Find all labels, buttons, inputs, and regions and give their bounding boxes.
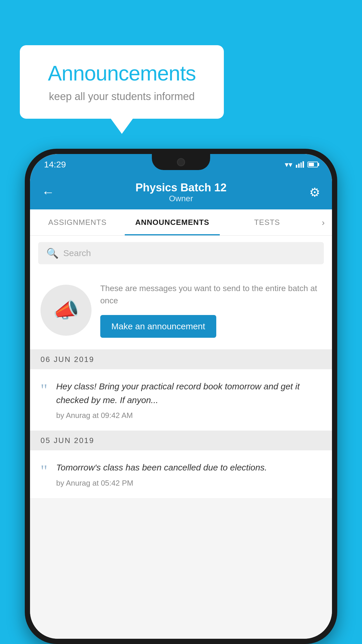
date-header-2: 05 JUN 2019 <box>30 431 332 450</box>
bubble-subtitle: keep all your students informed <box>37 90 206 103</box>
announcement-content-1: Hey class! Bring your practical record b… <box>56 380 321 420</box>
promo-card: 📣 These are messages you want to send to… <box>30 271 332 350</box>
tab-tests[interactable]: TESTS <box>220 209 314 235</box>
battery-icon <box>307 162 318 167</box>
signal-bar-1 <box>296 165 297 168</box>
app-bar-center: Physics Batch 12 Owner <box>136 181 227 203</box>
phone-container: 14:29 ▾▾ <box>25 149 337 644</box>
phone-content: 14:29 ▾▾ <box>30 154 332 639</box>
search-container: 🔍 Search <box>30 236 332 271</box>
phone-screen: 14:29 ▾▾ <box>30 154 332 639</box>
signal-icon <box>296 161 304 168</box>
signal-bar-4 <box>303 161 304 168</box>
announcement-meta-1: by Anurag at 09:42 AM <box>56 411 321 420</box>
signal-bar-3 <box>301 162 302 168</box>
announcement-text-1: Hey class! Bring your practical record b… <box>56 380 321 407</box>
announcement-content-2: Tomorrow's class has been cancelled due … <box>56 461 321 488</box>
status-icons: ▾▾ <box>285 160 318 169</box>
tab-announcements[interactable]: ANNOUNCEMENTS <box>125 209 219 235</box>
speech-bubble: Announcements keep all your students inf… <box>20 45 224 119</box>
signal-bar-2 <box>298 164 300 168</box>
tabs-bar: ASSIGNMENTS ANNOUNCEMENTS TESTS › <box>30 209 332 236</box>
phone-outer: 14:29 ▾▾ <box>25 149 337 644</box>
content-area: 🔍 Search 📣 These are messages you want t… <box>30 236 332 639</box>
date-header-1-text: 06 JUN 2019 <box>41 355 94 364</box>
megaphone-icon: 📣 <box>53 298 79 323</box>
settings-button[interactable]: ⚙ <box>303 185 320 200</box>
wifi-icon: ▾▾ <box>285 160 292 169</box>
app-bar-subtitle: Owner <box>136 194 227 203</box>
phone-camera <box>177 158 185 166</box>
promo-icon-circle: 📣 <box>41 285 92 336</box>
phone-notch <box>152 154 210 170</box>
announcement-item-2: " Tomorrow's class has been cancelled du… <box>30 450 332 498</box>
quote-icon-2: " <box>41 463 48 480</box>
promo-description: These are messages you want to send to t… <box>100 282 321 307</box>
tab-assignments[interactable]: ASSIGNMENTS <box>30 209 125 235</box>
date-header-1: 06 JUN 2019 <box>30 350 332 369</box>
app-bar: ← Physics Batch 12 Owner ⚙ <box>30 175 332 209</box>
promo-right: These are messages you want to send to t… <box>100 282 321 338</box>
announcement-item-1: " Hey class! Bring your practical record… <box>30 369 332 431</box>
tab-more[interactable]: › <box>314 218 332 228</box>
battery-fill <box>309 163 314 166</box>
back-button[interactable]: ← <box>42 185 59 200</box>
date-header-2-text: 05 JUN 2019 <box>41 436 94 445</box>
search-icon: 🔍 <box>46 247 59 259</box>
bubble-title: Announcements <box>37 61 206 85</box>
quote-icon-1: " <box>41 382 48 398</box>
make-announcement-button[interactable]: Make an announcement <box>100 315 216 338</box>
status-time: 14:29 <box>44 160 66 169</box>
search-bar[interactable]: 🔍 Search <box>38 242 324 264</box>
announcement-text-2: Tomorrow's class has been cancelled due … <box>56 461 321 475</box>
speech-bubble-container: Announcements keep all your students inf… <box>20 45 224 119</box>
app-bar-title: Physics Batch 12 <box>136 181 227 194</box>
search-placeholder: Search <box>63 248 91 258</box>
announcement-meta-2: by Anurag at 05:42 PM <box>56 479 321 488</box>
